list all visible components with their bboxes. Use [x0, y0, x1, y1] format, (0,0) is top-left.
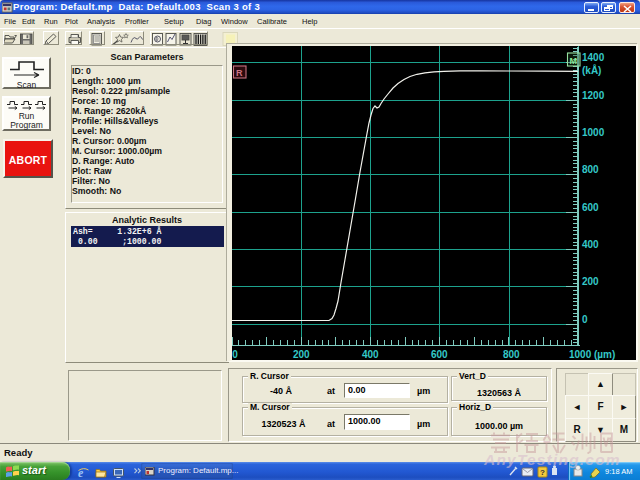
svg-text:R: R	[236, 68, 243, 78]
svg-text:1200: 1200	[582, 90, 605, 101]
svg-text:200: 200	[293, 349, 310, 360]
svg-text:200: 200	[582, 276, 599, 287]
svg-text:1400: 1400	[582, 52, 605, 63]
svg-text:0: 0	[582, 314, 588, 325]
svg-text:800: 800	[503, 349, 520, 360]
svg-text:1000 (µm): 1000 (µm)	[569, 349, 615, 360]
svg-text:M: M	[570, 56, 578, 66]
svg-text:(kÅ): (kÅ)	[582, 64, 601, 76]
svg-text:1000: 1000	[582, 127, 605, 138]
svg-text:400: 400	[582, 239, 599, 250]
svg-text:?: ?	[540, 468, 545, 477]
svg-text:600: 600	[582, 202, 599, 213]
svg-text:400: 400	[362, 349, 379, 360]
svg-text:800: 800	[582, 164, 599, 175]
svg-text:0: 0	[232, 349, 238, 360]
svg-text:600: 600	[431, 349, 448, 360]
svg-text:e: e	[78, 466, 84, 479]
